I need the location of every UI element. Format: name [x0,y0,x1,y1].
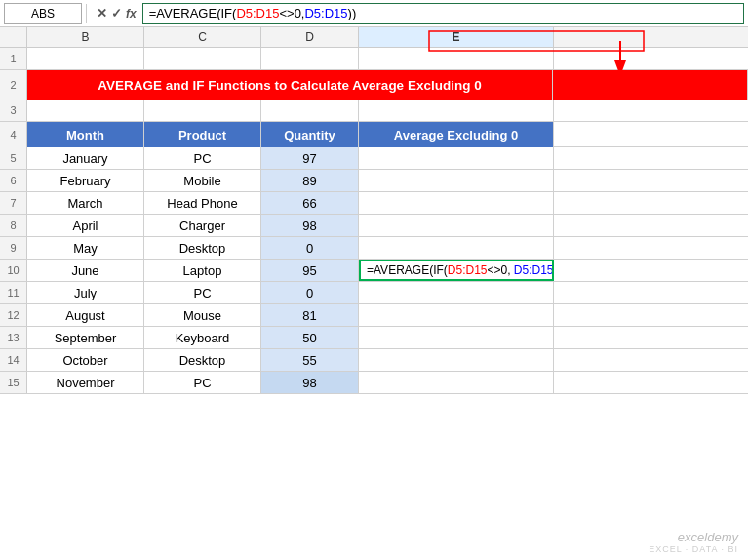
cell-c7[interactable]: Head Phone [144,192,261,214]
cell-b1[interactable] [27,48,144,69]
cell-b11[interactable]: July [27,282,144,303]
name-box[interactable]: ABS [4,3,82,24]
rownum-12: 12 [0,304,27,326]
cancel-icon[interactable]: ✕ [97,6,107,20]
confirm-icon[interactable]: ✓ [111,6,122,20]
cell-b9[interactable]: May [27,237,144,259]
app-container: ABS ✕ ✓ fx =AVERAGE(IF(D5:D15<>0, D5:D15… [0,0,748,560]
cell-c5[interactable]: PC [144,147,261,169]
cell-c3[interactable] [144,100,261,121]
col-header-e: E [359,27,554,47]
cell-e13[interactable] [359,327,554,348]
watermark: exceldemy EXCEL · DATA · BI [649,530,738,554]
formula-bar: ABS ✕ ✓ fx =AVERAGE(IF(D5:D15<>0, D5:D15… [0,0,748,27]
cell-e14[interactable] [359,349,554,371]
row-6: 6 February Mobile 89 [0,170,748,192]
row-10: 10 June Laptop 95 =AVERAGE(IF(D5:D15<>0,… [0,260,748,282]
cell-e8[interactable] [359,215,554,236]
formula-content: =AVERAGE(IF(D5:D15<>0, D5:D15)) [149,6,357,20]
row-4: 4 Month Product Quantity Average Excludi… [0,122,748,147]
cell-d12[interactable]: 81 [261,304,359,326]
cell-d5[interactable]: 97 [261,147,359,169]
cell-c10[interactable]: Laptop [144,260,261,281]
cell-b12[interactable]: August [27,304,144,326]
formula-display-ref1: D5:D15 [448,263,488,277]
cell-c6[interactable]: Mobile [144,170,261,191]
cell-c15[interactable]: PC [144,372,261,393]
rownum-14: 14 [0,349,27,371]
formula-input-area[interactable]: =AVERAGE(IF(D5:D15<>0, D5:D15)) [142,3,744,24]
cell-b15[interactable]: November [27,372,144,393]
col-header-c: C [144,27,261,47]
row-1: 1 [0,48,748,70]
cell-e12[interactable] [359,304,554,326]
cell-d8[interactable]: 98 [261,215,359,236]
rownum-7: 7 [0,192,27,214]
cell-c8[interactable]: Charger [144,215,261,236]
rownum-9: 9 [0,237,27,259]
cell-c1[interactable] [144,48,261,69]
formula-ref2: D5:D15 [304,6,347,20]
cell-c9[interactable]: Desktop [144,237,261,259]
row-11: 11 July PC 0 [0,282,748,304]
cell-b7[interactable]: March [27,192,144,214]
row-8: 8 April Charger 98 [0,215,748,237]
cell-e10[interactable]: =AVERAGE(IF(D5:D15<>0, D5:D15)) [359,260,554,281]
cell-e1[interactable] [359,48,554,69]
spreadsheet: B C D E 1 2 AVERAGE and IF Functions to … [0,27,748,560]
cell-b13[interactable]: September [27,327,144,348]
formula-ref1: D5:D15 [236,6,279,20]
cell-b10[interactable]: June [27,260,144,281]
cell-c12[interactable]: Mouse [144,304,261,326]
cell-d15[interactable]: 98 [261,372,359,393]
cell-b8[interactable]: April [27,215,144,236]
cell-d3[interactable] [261,100,359,121]
corner-cell [0,27,27,47]
cell-d11[interactable]: 0 [261,282,359,303]
rownum-10: 10 [0,260,27,281]
rownum-5: 5 [0,147,27,169]
watermark-brand: exceldemy [649,530,738,544]
cell-b5[interactable]: January [27,147,144,169]
formula-display-ref2: D5:D15 [514,263,554,277]
cell-d7[interactable]: 66 [261,192,359,214]
cell-b6[interactable]: February [27,170,144,191]
cell-title[interactable]: AVERAGE and IF Functions to Calculate Av… [27,70,553,100]
cell-e11[interactable] [359,282,554,303]
rownum-2: 2 [0,70,27,100]
cell-e15[interactable] [359,372,554,393]
cell-d10[interactable]: 95 [261,260,359,281]
formula-text-static: =AVERAGE(IF( [149,6,237,20]
formula-icons: ✕ ✓ fx [91,6,142,20]
cell-b14[interactable]: October [27,349,144,371]
cell-d14[interactable]: 55 [261,349,359,371]
column-header-row: B C D E [0,27,748,48]
rownum-8: 8 [0,215,27,236]
cell-e9[interactable] [359,237,554,259]
cell-e3[interactable] [359,100,554,121]
cell-e5[interactable] [359,147,554,169]
cell-e7[interactable] [359,192,554,214]
col-header-d: D [261,27,359,47]
cell-d9[interactable]: 0 [261,237,359,259]
cell-d13[interactable]: 50 [261,327,359,348]
cell-product-header[interactable]: Product [144,122,261,147]
cell-month-header[interactable]: Month [27,122,144,147]
cell-c13[interactable]: Keyboard [144,327,261,348]
cell-d1[interactable] [261,48,359,69]
rownum-3: 3 [0,100,27,121]
cell-avg-header[interactable]: Average Excluding 0 [359,122,554,147]
insert-function-icon[interactable]: fx [126,7,137,20]
cell-b3[interactable] [27,100,144,121]
cell-c14[interactable]: Desktop [144,349,261,371]
row-2: 2 AVERAGE and IF Functions to Calculate … [0,70,748,100]
cell-quantity-header[interactable]: Quantity [261,122,359,147]
rownum-1: 1 [0,48,27,69]
rownum-15: 15 [0,372,27,393]
cell-e2[interactable] [553,70,748,100]
rownum-4: 4 [0,122,27,147]
cell-e6[interactable] [359,170,554,191]
cell-c11[interactable]: PC [144,282,261,303]
cell-d6[interactable]: 89 [261,170,359,191]
row-15: 15 November PC 98 [0,372,748,394]
